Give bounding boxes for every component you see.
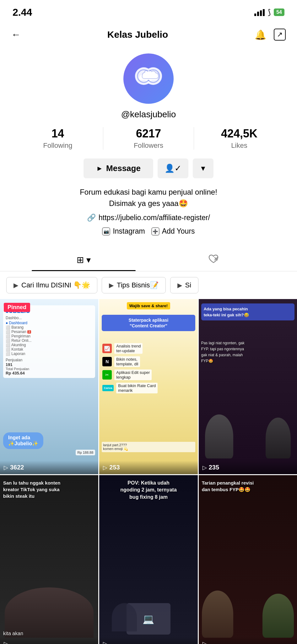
link-url: https://jubelio.com/affiliate-register/ [99, 214, 210, 222]
playlist-label-3: Si [185, 281, 192, 289]
instagram-icon: 📷 [102, 227, 110, 236]
wifi-icon: ⟆ [268, 8, 271, 17]
action-buttons: ► Message 👤✓ ▼ [13, 158, 284, 178]
jubelio-dashboard: JUBELIO Dashbo... ● Dashboard ⬜ Barang ⬜… [3, 305, 95, 378]
tabs-section: ⊞ ▾ [0, 249, 297, 271]
teka-body: Pas lagi niat ngonten, gakFYP. tapi pas … [201, 340, 294, 364]
play-icon: ▶ [14, 281, 18, 289]
back-button[interactable]: ← [11, 29, 21, 40]
link-icon: 🔗 [87, 214, 96, 222]
liked-icon [208, 254, 219, 265]
video-overlay-5: ▷ [99, 637, 197, 644]
avatar-icon [133, 64, 164, 94]
video-item-2[interactable]: Wajib save & share! Staterpack aplikasi"… [99, 299, 197, 474]
view-count-3: 235 [209, 464, 219, 471]
play-count-icon-1: ▷ [4, 464, 8, 471]
bio-socials: 📷 Instagram ➕ Add Yours [80, 227, 217, 236]
play-count-icon-3: ▷ [202, 464, 207, 471]
following-count: 14 [51, 127, 64, 140]
playlist-chip-2[interactable]: ▶ Tips Bisnis📝 [102, 277, 166, 293]
grid-icon: ⊞ ▾ [77, 255, 91, 265]
video-overlay-4: ▷ [0, 637, 98, 644]
inget-bubble: Inget ada✨Jubelio✨ [3, 432, 43, 449]
more-button[interactable]: ▼ [193, 158, 213, 178]
playlist-chip-3[interactable]: ▶ Si [170, 277, 199, 293]
status-time: 2.44 [13, 7, 32, 18]
dancer-2 [262, 594, 294, 638]
message-icon: ► [96, 164, 103, 173]
video-item-6[interactable]: Tarian penangkal revisidan tembus FYP🤩🤩 … [199, 475, 297, 644]
instagram-label: Instagram [113, 227, 145, 236]
person-check-icon: 👤✓ [165, 164, 181, 173]
stat-likes[interactable]: 424,5K Likes [194, 127, 284, 150]
play-count-icon-5: ▷ [103, 640, 107, 644]
profile-section: @kelasjubelio 14 Following 6217 Follower… [0, 47, 297, 244]
bio-text: Forum edukasi bagi kamu penjual online!D… [80, 186, 217, 209]
video-item-4[interactable]: San lu tahu nggak kontenkreator TikTok y… [0, 475, 98, 644]
playlist-label-1: Cari Ilmu DISINI 👇🌟 [21, 281, 90, 289]
video-item-5[interactable]: POV: Ketika udahngoding 2 jam, ternyatab… [99, 475, 197, 644]
person-silhouette [5, 587, 94, 638]
video-grid: JUBELIO Dashbo... ● Dashboard ⬜ Barang ⬜… [0, 299, 297, 644]
message-button[interactable]: ► Message [84, 158, 153, 178]
tab-liked[interactable] [148, 249, 278, 271]
avatar [123, 53, 174, 104]
person-desk [112, 603, 137, 631]
wajib-text: Wajib save & share! [127, 302, 170, 309]
username: @kelasjubelio [121, 109, 176, 119]
person-1 [205, 414, 233, 458]
add-yours-label: Add Yours [162, 227, 195, 236]
likes-label: Likes [231, 142, 247, 150]
play-icon-3: ▶ [177, 281, 182, 289]
stat-following[interactable]: 14 Following [13, 127, 103, 150]
video-overlay-6: ▷ [199, 637, 297, 644]
battery-icon: 54 [274, 8, 284, 16]
video-overlay-3: ▷ 235 [199, 461, 297, 474]
header: ← Kelas Jubelio 🔔 ↗ [0, 22, 297, 47]
share-icon[interactable]: ↗ [274, 29, 286, 41]
more-text: lanjut part.2???komen emoji 💫 [102, 442, 195, 452]
play-icon-2: ▶ [109, 281, 114, 289]
bio-section: Forum edukasi bagi kamu penjual online!D… [67, 186, 230, 236]
tab-grid[interactable]: ⊞ ▾ [19, 249, 148, 271]
stat-followers[interactable]: 6217 Followers [103, 127, 194, 150]
followers-count: 6217 [136, 127, 161, 140]
playlist-chip-1[interactable]: ▶ Cari Ilmu DISINI 👇🌟 [6, 277, 97, 293]
follow-button[interactable]: 👤✓ [158, 158, 188, 178]
teka-title: Ada yang bisa pecahinteka-teki ini gak s… [201, 303, 294, 320]
pinned-badge: Pinned [4, 303, 30, 312]
stats-row: 14 Following 6217 Followers 424,5K Likes [13, 127, 284, 150]
instagram-button[interactable]: 📷 Instagram [102, 227, 145, 236]
dancer-1 [202, 591, 233, 638]
sticker-items: 📈 Analisis trendter-update N Bikin notes… [102, 343, 194, 396]
play-count-icon-4: ▷ [4, 640, 8, 644]
playlist-label-2: Tips Bisnis📝 [117, 281, 159, 289]
following-label: Following [43, 142, 73, 150]
add-yours-icon: ➕ [151, 227, 159, 236]
play-count-icon-2: ▷ [103, 464, 107, 471]
staterpack-title: Staterpack aplikasi"Content Creator" [102, 315, 195, 331]
video-item-3[interactable]: Ada yang bisa pecahinteka-teki ini gak s… [199, 299, 297, 474]
playlist-row: ▶ Cari Ilmu DISINI 👇🌟 ▶ Tips Bisnis📝 ▶ S… [0, 271, 297, 299]
status-bar: 2.44 ⟆ 54 [0, 0, 297, 22]
view-count-2: 253 [109, 464, 120, 471]
chevron-down-icon: ▼ [200, 164, 207, 172]
status-icons: ⟆ 54 [254, 8, 284, 17]
video-text-4: San lu tahu nggak kontenkreator TikTok y… [3, 480, 95, 499]
video-overlay-2: ▷ 253 [99, 461, 197, 474]
add-yours-button[interactable]: ➕ Add Yours [151, 227, 195, 236]
dashboard-menu: Dashbo... ● Dashboard ⬜ Barang ⬜ Pesanan… [6, 316, 93, 356]
video-text-6: Tarian penangkal revisidan tembus FYP🤩🤩 [202, 480, 294, 493]
page-title: Kelas Jubelio [107, 29, 168, 40]
notification-icon[interactable]: 🔔 [255, 29, 266, 40]
signal-icon [254, 8, 265, 16]
bio-link[interactable]: 🔗 https://jubelio.com/affiliate-register… [80, 214, 217, 222]
message-label: Message [106, 164, 141, 173]
followers-label: Followers [134, 142, 163, 150]
wajib-overlay: Wajib save & share! [99, 302, 197, 309]
play-count-icon-6: ▷ [202, 640, 207, 644]
video-item-1[interactable]: JUBELIO Dashbo... ● Dashboard ⬜ Barang ⬜… [0, 299, 98, 474]
video-overlay-1: ▷ 3622 [0, 461, 98, 474]
view-count-1: 3622 [10, 464, 24, 471]
header-actions: 🔔 ↗ [255, 29, 286, 41]
